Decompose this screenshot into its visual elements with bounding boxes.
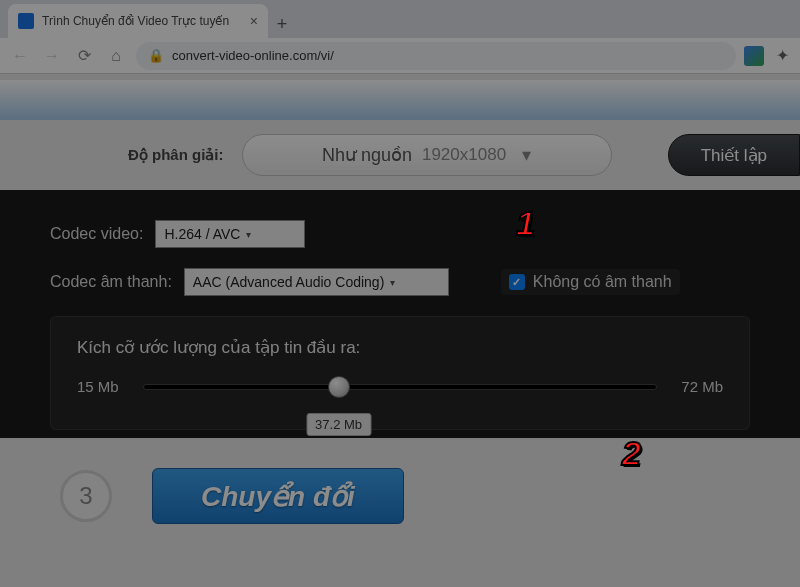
chevron-down-icon: ▾ (246, 229, 251, 240)
size-max: 72 Mb (671, 378, 723, 395)
translate-icon[interactable] (744, 46, 764, 66)
resolution-select[interactable]: Như nguồn 1920x1080 ▾ (242, 134, 612, 176)
no-audio-checkbox[interactable]: ✓ Không có âm thanh (501, 269, 680, 295)
audio-codec-value: AAC (Advanced Audio Coding) (193, 274, 384, 290)
tab-strip: Trình Chuyển đổi Video Trực tuyến × + (0, 0, 800, 38)
back-button[interactable]: ← (8, 44, 32, 68)
step-number-badge: 3 (60, 470, 112, 522)
home-button[interactable]: ⌂ (104, 44, 128, 68)
settings-label: Thiết lập (701, 145, 767, 166)
size-value-tooltip: 37.2 Mb (306, 413, 371, 436)
no-audio-label: Không có âm thanh (533, 273, 672, 291)
browser-tab[interactable]: Trình Chuyển đổi Video Trực tuyến × (8, 4, 268, 38)
video-codec-value: H.264 / AVC (164, 226, 240, 242)
audio-codec-row: Codec âm thanh: AAC (Advanced Audio Codi… (50, 268, 750, 296)
checkmark-icon: ✓ (509, 274, 525, 290)
url-input[interactable]: 🔒 convert-video-online.com/vi/ (136, 42, 736, 70)
address-bar: ← → ⟳ ⌂ 🔒 convert-video-online.com/vi/ ✦ (0, 38, 800, 74)
browser-chrome: Trình Chuyển đổi Video Trực tuyến × + ← … (0, 0, 800, 74)
header-banner (0, 80, 800, 120)
close-icon[interactable]: × (250, 13, 258, 29)
output-size-label: Kích cỡ ước lượng của tập tin đầu ra: (77, 337, 723, 358)
size-slider-row: 15 Mb 37.2 Mb 72 Mb (77, 378, 723, 395)
size-slider[interactable]: 37.2 Mb (143, 384, 657, 390)
size-min: 15 Mb (77, 378, 129, 395)
video-codec-label: Codec video: (50, 225, 143, 243)
callout-1: 1 (516, 204, 535, 243)
extensions-icon[interactable]: ✦ (772, 46, 792, 66)
convert-button[interactable]: Chuyển đổi (152, 468, 404, 524)
resolution-label: Độ phân giải: (128, 146, 224, 164)
slider-thumb[interactable] (328, 376, 350, 398)
convert-label: Chuyển đổi (201, 480, 355, 513)
favicon-icon (18, 13, 34, 29)
url-text: convert-video-online.com/vi/ (172, 48, 334, 63)
advanced-panel: Codec video: H.264 / AVC ▾ Codec âm than… (0, 190, 800, 438)
tab-title: Trình Chuyển đổi Video Trực tuyến (42, 14, 242, 28)
new-tab-button[interactable]: + (268, 10, 296, 38)
resolution-mode: Như nguồn (322, 144, 412, 166)
callout-2: 2 (622, 434, 641, 473)
settings-button[interactable]: Thiết lập (668, 134, 800, 176)
resolution-row: Độ phân giải: Như nguồn 1920x1080 ▾ Thiế… (0, 120, 800, 190)
audio-codec-select[interactable]: AAC (Advanced Audio Coding) ▾ (184, 268, 449, 296)
video-codec-row: Codec video: H.264 / AVC ▾ (50, 220, 750, 248)
video-codec-select[interactable]: H.264 / AVC ▾ (155, 220, 305, 248)
step-number: 3 (79, 482, 92, 510)
page-content: Độ phân giải: Như nguồn 1920x1080 ▾ Thiế… (0, 80, 800, 524)
reload-button[interactable]: ⟳ (72, 44, 96, 68)
forward-button[interactable]: → (40, 44, 64, 68)
resolution-value: 1920x1080 (422, 145, 506, 165)
step-row: 3 Chuyển đổi (0, 438, 800, 524)
audio-codec-label: Codec âm thanh: (50, 273, 172, 291)
chevron-down-icon: ▾ (390, 277, 395, 288)
output-size-panel: Kích cỡ ước lượng của tập tin đầu ra: 15… (50, 316, 750, 430)
chevron-down-icon: ▾ (522, 144, 531, 166)
lock-icon: 🔒 (148, 48, 164, 63)
